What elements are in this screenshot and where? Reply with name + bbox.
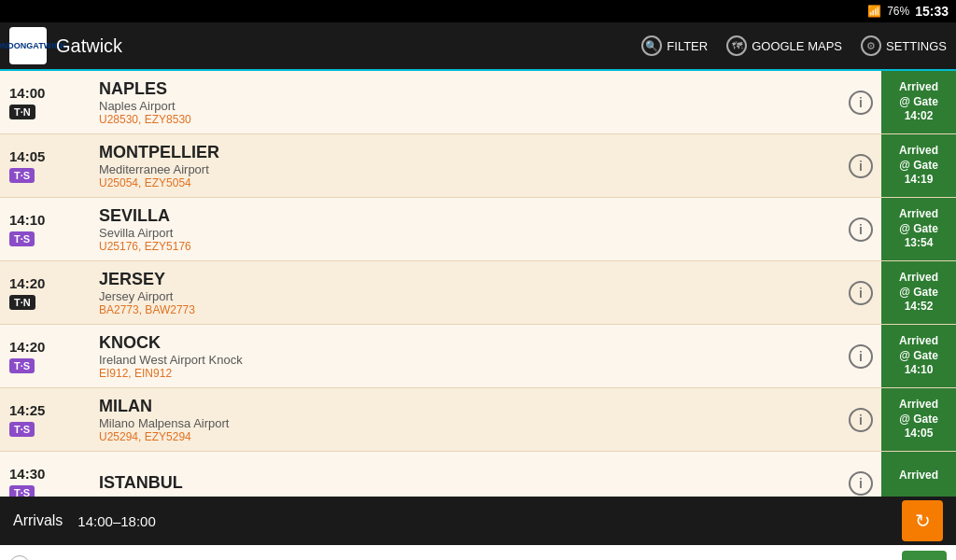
battery-level: 76% <box>887 5 909 18</box>
flight-codes: U25294, EZY5294 <box>99 430 835 443</box>
flight-airport: Mediterranee Airport <box>99 162 835 176</box>
flight-destination: MILAN <box>99 397 835 416</box>
info-button[interactable]: i <box>849 344 873 369</box>
flight-destination: NAPLES <box>99 79 835 99</box>
flight-list: 14:00 T·N NAPLES Naples Airport U28530, … <box>0 71 956 497</box>
flight-airport: Milano Malpensa Airport <box>99 416 835 430</box>
flight-status: Arrived@ Gate14:19 <box>881 134 956 197</box>
info-button[interactable]: i <box>849 281 873 305</box>
flight-status: Arrived@ Gate14:52 <box>881 261 956 324</box>
flight-time-col: 14:25 T·S <box>0 388 93 451</box>
flight-info-col: SEVILLA Sevilla Airport U25176, EZY5176 <box>93 198 840 260</box>
terminal-badge: T·S <box>9 231 35 246</box>
flight-time: 14:25 <box>9 402 45 418</box>
table-row: 14:10 T·S SEVILLA Sevilla Airport U25176… <box>0 198 956 261</box>
flight-airport: Jersey Airport <box>99 289 835 303</box>
table-row: 14:30 T·S ISTANBUL i Arrived <box>0 452 956 497</box>
flight-time-col: 14:10 T·S <box>0 198 93 260</box>
clock: 15:33 <box>915 4 949 19</box>
flight-codes: U25054, EZY5054 <box>99 176 835 189</box>
info-icon-col: i <box>840 388 881 451</box>
search-icon: 🔍 <box>641 35 662 56</box>
flight-info-col: JERSEY Jersey Airport BA2773, BAW2773 <box>93 261 840 324</box>
info-button[interactable]: i <box>849 217 873 242</box>
flight-info-col: MILAN Milano Malpensa Airport U25294, EZ… <box>93 388 840 451</box>
flight-time: 14:20 <box>9 275 45 291</box>
info-icon-col: i <box>840 325 881 387</box>
refresh-button[interactable]: ↻ <box>902 500 943 541</box>
bottom-bar: Arrivals 14:00–18:00 ↻ <box>0 497 956 545</box>
status-bar: 📶 76% 15:33 <box>0 0 956 22</box>
flight-destination: MONTPELLIER <box>99 143 835 162</box>
flight-airport: Naples Airport <box>99 99 835 113</box>
flight-codes: EI912, EIN912 <box>99 367 835 380</box>
flight-info-col: MONTPELLIER Mediterranee Airport U25054,… <box>93 134 840 197</box>
flight-info-col: NAPLES Naples Airport U28530, EZY8530 <box>93 71 840 133</box>
info-button[interactable]: i <box>849 91 873 115</box>
flight-codes: U28530, EZY8530 <box>99 113 835 126</box>
flight-status: Arrived@ Gate14:05 <box>881 388 956 451</box>
terminal-badge: T·S <box>9 422 35 437</box>
table-row: 14:25 T·S MILAN Milano Malpensa Airport … <box>0 388 956 452</box>
flight-time-col: 14:00 T·N <box>0 71 93 133</box>
terminal-badge: T·N <box>9 105 35 119</box>
info-icon-col: i <box>840 452 881 497</box>
flight-time-col: 14:30 T·S <box>0 452 93 497</box>
flight-codes: BA2773, BAW2773 <box>99 303 835 316</box>
wifi-icon: 📶 <box>867 5 881 18</box>
flight-info-col: ISTANBUL <box>93 452 840 497</box>
table-row: 14:20 T·S KNOCK Ireland West Airport Kno… <box>0 325 956 388</box>
time-range: 14:00–18:00 <box>77 513 887 529</box>
terminal-badge: T·S <box>9 485 35 497</box>
flight-time: 14:30 <box>9 466 45 482</box>
map-icon: 🗺 <box>726 35 747 56</box>
flight-time: 14:10 <box>9 212 45 228</box>
flight-airport: Sevilla Airport <box>99 226 835 240</box>
flight-destination: SEVILLA <box>99 206 835 226</box>
ad-bar: i www.upc.ie/Bundles → <box>0 545 956 560</box>
info-icon-col: i <box>840 71 881 133</box>
gear-icon: ⚙ <box>861 35 881 56</box>
ad-go-button[interactable]: → <box>902 551 947 560</box>
flight-airport: Ireland West Airport Knock <box>99 353 835 367</box>
arrivals-label: Arrivals <box>13 512 63 529</box>
top-bar-actions: 🔍 FILTER 🗺 GOOGLE MAPS ⚙ SETTINGS <box>641 35 947 56</box>
info-button[interactable]: i <box>849 471 873 496</box>
flight-status: Arrived <box>881 452 956 497</box>
terminal-badge: T·S <box>9 168 35 183</box>
flight-time-col: 14:20 T·N <box>0 261 93 324</box>
app-icon: LONDON GATWICK <box>9 27 47 64</box>
flight-status: Arrived@ Gate13:54 <box>881 198 956 260</box>
flight-time-col: 14:20 T·S <box>0 325 93 387</box>
settings-button[interactable]: ⚙ SETTINGS <box>861 35 947 56</box>
flight-status: Arrived@ Gate14:02 <box>881 71 956 133</box>
table-row: 14:20 T·N JERSEY Jersey Airport BA2773, … <box>0 261 956 325</box>
terminal-badge: T·N <box>9 295 35 310</box>
info-button[interactable]: i <box>849 154 873 178</box>
flight-time: 14:05 <box>9 148 45 164</box>
flight-status: Arrived@ Gate14:10 <box>881 325 956 387</box>
top-bar: LONDON GATWICK Gatwick 🔍 FILTER 🗺 GOOGLE… <box>0 22 956 71</box>
table-row: 14:00 T·N NAPLES Naples Airport U28530, … <box>0 71 956 134</box>
terminal-badge: T·S <box>9 358 35 373</box>
info-icon: i <box>9 555 30 560</box>
flight-destination: ISTANBUL <box>99 473 835 493</box>
table-row: 14:05 T·S MONTPELLIER Mediterranee Airpo… <box>0 134 956 198</box>
info-button[interactable]: i <box>849 408 873 432</box>
flight-destination: JERSEY <box>99 270 835 289</box>
flight-destination: KNOCK <box>99 333 835 353</box>
flight-time: 14:20 <box>9 339 45 355</box>
flight-time: 14:00 <box>9 85 45 101</box>
flight-info-col: KNOCK Ireland West Airport Knock EI912, … <box>93 325 840 387</box>
info-icon-col: i <box>840 134 881 197</box>
info-icon-col: i <box>840 198 881 260</box>
google-maps-button[interactable]: 🗺 GOOGLE MAPS <box>726 35 842 56</box>
app-title: Gatwick <box>56 35 632 57</box>
info-icon-col: i <box>840 261 881 324</box>
flight-codes: U25176, EZY5176 <box>99 240 835 253</box>
flight-time-col: 14:05 T·S <box>0 134 93 197</box>
filter-button[interactable]: 🔍 FILTER <box>641 35 708 56</box>
